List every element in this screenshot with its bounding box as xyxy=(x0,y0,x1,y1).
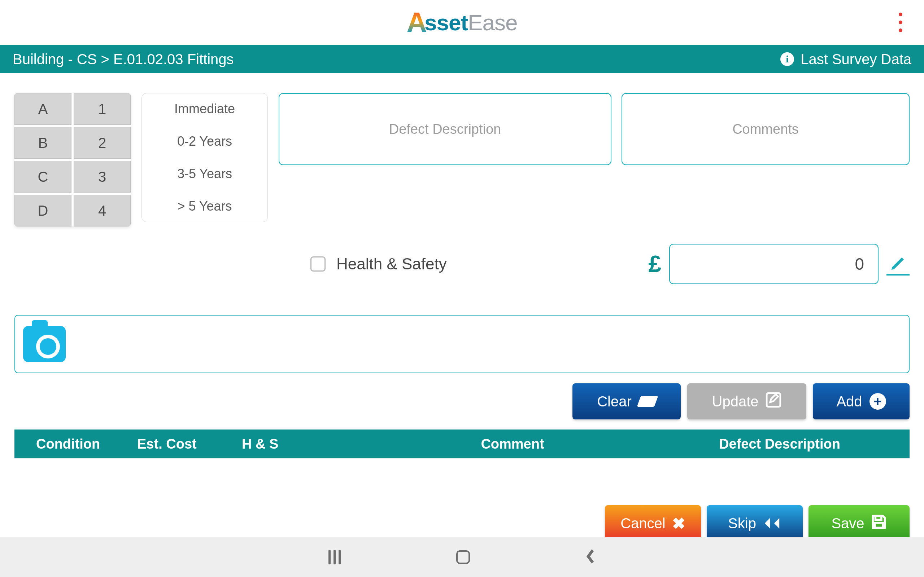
cancel-button[interactable]: Cancel ✖ xyxy=(605,505,701,541)
skip-button[interactable]: Skip xyxy=(707,505,803,541)
grade-d[interactable]: D xyxy=(15,195,71,226)
grade-1[interactable]: 1 xyxy=(74,93,131,125)
cancel-label: Cancel xyxy=(620,515,666,532)
info-icon: i xyxy=(780,52,794,66)
svg-rect-1 xyxy=(875,516,881,520)
breadcrumb-bar: Building - CS > E.01.02.03 Fittings i La… xyxy=(0,45,924,73)
floppy-icon xyxy=(871,514,887,533)
add-label: Add xyxy=(836,393,862,410)
nav-back-icon[interactable] xyxy=(585,548,596,566)
grade-b[interactable]: B xyxy=(15,127,71,159)
last-survey-label: Last Survey Data xyxy=(801,51,911,68)
edit-icon xyxy=(766,392,782,411)
defects-table-header: Condition Est. Cost H & S Comment Defect… xyxy=(15,429,909,458)
app-logo: A sset Ease xyxy=(407,6,518,39)
android-nav-bar xyxy=(0,537,924,577)
breadcrumb: Building - CS > E.01.02.03 Fittings xyxy=(13,51,234,68)
app-header: A sset Ease xyxy=(0,0,924,45)
health-safety-label: Health & Safety xyxy=(336,255,447,273)
skip-label: Skip xyxy=(728,515,756,532)
grade-c[interactable]: C xyxy=(15,161,71,193)
edit-cost-icon[interactable] xyxy=(887,253,909,276)
timescale-5-plus[interactable]: > 5 Years xyxy=(177,197,232,215)
plus-icon: + xyxy=(869,393,886,410)
comments-input[interactable]: Comments xyxy=(622,93,909,165)
grade-4[interactable]: 4 xyxy=(74,195,131,226)
logo-text-ease: Ease xyxy=(468,10,517,35)
chevron-double-left-icon xyxy=(762,517,782,530)
timescale-3-5[interactable]: 3-5 Years xyxy=(177,165,232,183)
add-button[interactable]: Add + xyxy=(813,384,909,419)
defect-placeholder: Defect Description xyxy=(389,121,501,137)
save-label: Save xyxy=(831,515,864,532)
th-hs: H & S xyxy=(242,436,361,452)
update-label: Update xyxy=(712,393,759,410)
grade-2[interactable]: 2 xyxy=(74,127,131,159)
timescale-selector: Immediate 0-2 Years 3-5 Years > 5 Years xyxy=(142,93,268,222)
save-button[interactable]: Save xyxy=(809,505,909,541)
last-survey-link[interactable]: i Last Survey Data xyxy=(780,51,911,68)
update-button: Update xyxy=(687,384,806,419)
health-safety-checkbox[interactable] xyxy=(310,256,326,272)
logo-text-sset: sset xyxy=(425,10,468,35)
currency-symbol: £ xyxy=(648,251,661,277)
condition-grade-grid: A 1 B 2 C 3 D 4 xyxy=(15,93,131,226)
overflow-menu-icon[interactable] xyxy=(892,8,909,37)
nav-recent-icon[interactable] xyxy=(328,550,341,564)
camera-icon[interactable] xyxy=(23,326,66,362)
th-defect: Defect Description xyxy=(664,436,895,452)
th-cost: Est. Cost xyxy=(137,436,242,452)
timescale-0-2[interactable]: 0-2 Years xyxy=(177,132,232,150)
grade-3[interactable]: 3 xyxy=(74,161,131,193)
svg-rect-2 xyxy=(875,522,883,528)
clear-button[interactable]: Clear xyxy=(572,384,681,419)
nav-home-icon[interactable] xyxy=(456,550,470,564)
clear-label: Clear xyxy=(597,393,632,410)
defect-description-input[interactable]: Defect Description xyxy=(279,93,611,165)
eraser-icon xyxy=(637,396,658,407)
grade-a[interactable]: A xyxy=(15,93,71,125)
close-icon: ✖ xyxy=(672,514,685,533)
th-comment: Comment xyxy=(361,436,664,452)
th-condition: Condition xyxy=(29,436,137,452)
estimated-cost-input[interactable] xyxy=(669,244,879,284)
comments-placeholder: Comments xyxy=(732,121,799,137)
main-content: A 1 B 2 C 3 D 4 Immediate 0-2 Years 3-5 … xyxy=(0,73,924,541)
timescale-immediate[interactable]: Immediate xyxy=(174,100,235,118)
photo-strip xyxy=(15,315,909,373)
logo-letter-a: A xyxy=(407,6,426,39)
